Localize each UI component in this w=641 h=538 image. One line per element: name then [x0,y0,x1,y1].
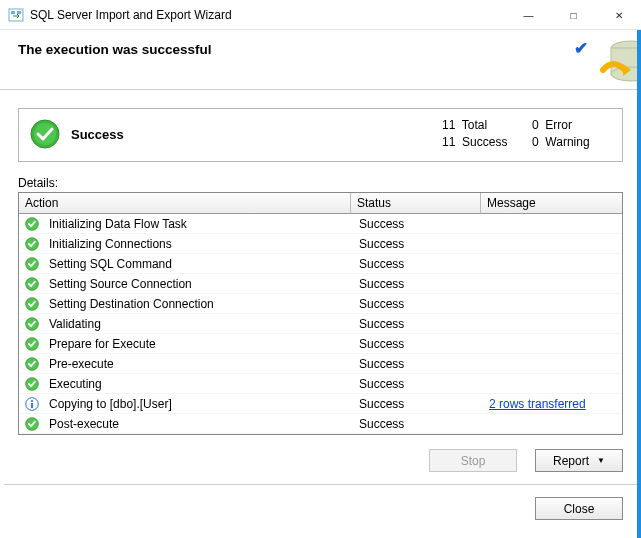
success-icon [19,257,45,271]
right-edge-strip [637,30,641,538]
row-action: Copying to [dbo].[User] [45,397,355,411]
row-status: Success [355,237,485,251]
success-count: 11 [442,135,455,149]
table-row[interactable]: Post-executeSuccess [19,414,622,434]
row-action: Post-execute [45,417,355,431]
app-icon [8,7,24,23]
window-buttons: — □ ✕ [506,0,641,29]
row-action: Setting SQL Command [45,257,355,271]
success-icon [19,317,45,331]
table-row[interactable]: Prepare for ExecuteSuccess [19,334,622,354]
success-icon [19,217,45,231]
row-action: Setting Source Connection [45,277,355,291]
row-status: Success [355,357,485,371]
col-message[interactable]: Message [481,193,622,214]
error-label: Error [545,118,572,132]
success-icon [19,277,45,291]
table-row[interactable]: Copying to [dbo].[User]Success2 rows tra… [19,394,622,414]
close-button-label: Close [564,502,595,516]
footer: Close [0,485,641,532]
details-grid: Action Status Message Initializing Data … [18,192,623,435]
warning-label: Warning [545,135,589,149]
row-status: Success [355,317,485,331]
success-label: Success [462,135,507,149]
table-row[interactable]: Pre-executeSuccess [19,354,622,374]
close-button[interactable]: Close [535,497,623,520]
row-action: Prepare for Execute [45,337,355,351]
window-title: SQL Server Import and Export Wizard [30,8,506,22]
table-row[interactable]: ValidatingSuccess [19,314,622,334]
table-row[interactable]: ExecutingSuccess [19,374,622,394]
svg-rect-2 [17,11,21,14]
row-status: Success [355,277,485,291]
total-label: Total [462,118,487,132]
table-row[interactable]: Initializing ConnectionsSuccess [19,234,622,254]
col-action[interactable]: Action [19,193,351,214]
summary-box: Success 11 Total 11 Success 0 Error 0 Wa… [18,108,623,162]
svg-rect-1 [11,11,15,14]
total-count: 11 [442,118,455,132]
table-row[interactable]: Setting Destination ConnectionSuccess [19,294,622,314]
success-icon [19,297,45,311]
header-band: The execution was successful ✔ [0,30,641,90]
table-row[interactable]: Initializing Data Flow TaskSuccess [19,214,622,234]
row-action: Initializing Connections [45,237,355,251]
chevron-down-icon: ▼ [597,456,605,465]
row-action: Validating [45,317,355,331]
header-graphic-icon [591,30,641,90]
titlebar: SQL Server Import and Export Wizard — □ … [0,0,641,30]
success-checkmark-icon: ✔ [574,38,588,59]
success-icon [19,357,45,371]
success-icon [19,377,45,391]
stop-button-label: Stop [461,454,486,468]
summary-label: Success [71,127,442,142]
error-count: 0 [532,118,539,132]
message-link[interactable]: 2 rows transferred [489,397,586,411]
row-status: Success [355,377,485,391]
success-large-icon [29,118,61,150]
info-icon [19,397,45,411]
row-status: Success [355,397,485,411]
success-icon [19,237,45,251]
warning-count: 0 [532,135,539,149]
minimize-button[interactable]: — [506,0,551,30]
summary-counts: 11 Total 11 Success 0 Error 0 Warning [442,117,612,151]
report-button-label: Report [553,454,589,468]
maximize-button[interactable]: □ [551,0,596,30]
grid-body: Initializing Data Flow TaskSuccessInitia… [19,214,622,434]
row-action: Executing [45,377,355,391]
row-status: Success [355,297,485,311]
report-button[interactable]: Report ▼ [535,449,623,472]
row-action: Setting Destination Connection [45,297,355,311]
grid-header: Action Status Message [19,193,622,214]
row-action: Initializing Data Flow Task [45,217,355,231]
table-row[interactable]: Setting SQL CommandSuccess [19,254,622,274]
details-label: Details: [18,176,623,190]
row-message: 2 rows transferred [485,397,622,411]
table-row[interactable]: Setting Source ConnectionSuccess [19,274,622,294]
row-status: Success [355,257,485,271]
row-status: Success [355,337,485,351]
svg-rect-0 [9,9,23,21]
stop-button: Stop [429,449,517,472]
action-button-row: Stop Report ▼ [0,435,641,472]
row-action: Pre-execute [45,357,355,371]
success-icon [19,417,45,431]
success-icon [19,337,45,351]
row-status: Success [355,217,485,231]
row-status: Success [355,417,485,431]
page-title: The execution was successful [18,42,623,57]
col-status[interactable]: Status [351,193,481,214]
close-window-button[interactable]: ✕ [596,0,641,30]
